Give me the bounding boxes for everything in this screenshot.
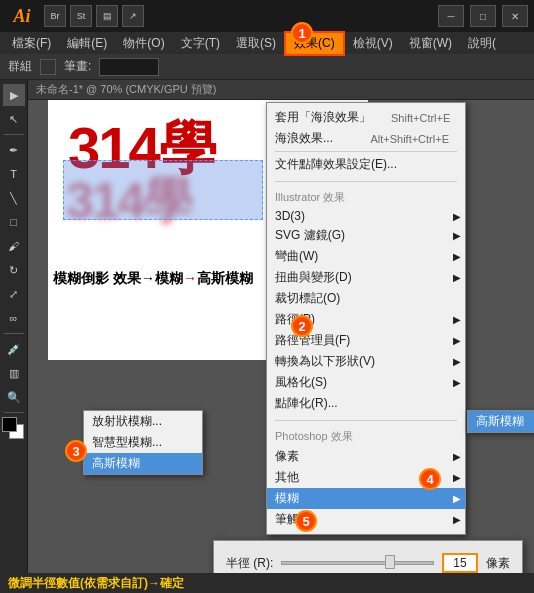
effects-section-illustrator: Illustrator 效果 3D(3)▶ SVG 濾鏡(G)▶ 彎曲(W)▶ … [267,184,465,418]
stock-icon[interactable]: St [70,5,92,27]
slider-thumb[interactable] [385,555,395,569]
effects-section-1: 套用「海浪效果」 Shift+Ctrl+E 海浪效果... Alt+Shift+… [267,103,465,179]
app-logo: Ai [6,0,38,32]
minimize-btn[interactable]: ─ [438,5,464,27]
toolbar: 群組 筆畫: [0,54,534,80]
arrow-stylize: ▶ [453,377,461,388]
radius-label: 半徑 (R): [226,555,273,572]
menu-svg-filter[interactable]: SVG 濾鏡(G)▶ [267,225,465,246]
menu-view[interactable]: 檢視(V) [345,33,401,54]
foreground-color[interactable] [2,417,17,432]
stroke-input[interactable] [99,58,159,76]
doc-title: 未命名-1* @ 70% (CMYK/GPU 預覽) [36,82,216,97]
brush-tool[interactable]: 🖌 [3,235,25,257]
shortcut-wave: Alt+Shift+Ctrl+E [350,133,449,145]
rotate-tool[interactable]: ↻ [3,259,25,281]
menu-blur[interactable]: 模糊▶ [267,488,465,509]
menu-apply-wave[interactable]: 套用「海浪效果」 Shift+Ctrl+E [267,107,465,128]
badge-2: 2 [291,315,313,337]
blur-gaussian[interactable]: 高斯模糊 [468,411,534,432]
rect-tool[interactable]: □ [3,211,25,233]
close-btn[interactable]: ✕ [502,5,528,27]
badge-1: 1 [291,22,313,44]
left-toolbar: ▶ ↖ ✒ T ╲ □ 🖌 ↻ ⤢ ∞ 💉 ▥ 🔍 [0,80,28,573]
bottom-status-text: 微調半徑數值(依需求自訂)→確定 [8,575,184,592]
menu-rasterize[interactable]: 點陣化(R)... [267,393,465,414]
zoom-tool[interactable]: 🔍 [3,386,25,408]
canvas-header: 未命名-1* @ 70% (CMYK/GPU 預覽) [28,80,534,100]
divider-1 [275,151,457,152]
menu-help[interactable]: 說明( [460,33,504,54]
color-swatch[interactable] [40,59,56,75]
gaussian-blur-dialog: 半徑 (R): 15 像素 ✓ 預視 (P) 確定 取消 [213,540,523,573]
smart-blur-menu[interactable]: 放射狀模糊... 智慧型模糊... 高斯模糊 [83,410,203,475]
menu-wave[interactable]: 海浪效果... Alt+Shift+Ctrl+E [267,128,465,149]
grid-icon[interactable]: ▤ [96,5,118,27]
menu-select[interactable]: 選取(S) [228,33,284,54]
arrow-pathfinder: ▶ [453,335,461,346]
type-tool[interactable]: T [3,163,25,185]
badge-4: 4 [419,468,441,490]
separator-2 [4,333,24,334]
arrow-other: ▶ [453,472,461,483]
menu-object[interactable]: 物件(O) [115,33,172,54]
radius-row: 半徑 (R): 15 像素 [226,553,510,573]
menu-doc-raster[interactable]: 文件點陣效果設定(E)... [267,154,465,175]
arrow-warp: ▶ [453,251,461,262]
select-tool[interactable]: ▶ [3,84,25,106]
main-area: ▶ ↖ ✒ T ╲ □ 🖌 ↻ ⤢ ∞ 💉 ▥ 🔍 未命名-1* @ 70% (… [0,80,534,573]
shortcut-apply-wave: Shift+Ctrl+E [371,112,450,124]
arrow-pixel: ▶ [453,451,461,462]
scale-tool[interactable]: ⤢ [3,283,25,305]
arrow-svg: ▶ [453,230,461,241]
menu-stylize[interactable]: 風格化(S)▶ [267,372,465,393]
direct-select-tool[interactable]: ↖ [3,108,25,130]
eyedropper-tool[interactable]: 💉 [3,338,25,360]
pen-tool[interactable]: ✒ [3,139,25,161]
arrow-3d: ▶ [453,211,461,222]
menu-crop[interactable]: 裁切標記(O) [267,288,465,309]
separator-1 [4,134,24,135]
divider-3 [275,420,457,421]
menu-bar: 檔案(F) 編輯(E) 物件(O) 文字(T) 選取(S) 效果(C) 檢視(V… [0,32,534,54]
radius-slider-container[interactable] [281,556,434,570]
line-tool[interactable]: ╲ [3,187,25,209]
badge-3: 3 [65,440,87,462]
blur-submenu[interactable]: 高斯模糊 [467,410,534,433]
canvas-blur-desc: 模糊倒影 效果→模糊→高斯模糊 [53,270,253,288]
arrow-distort: ▶ [453,272,461,283]
canvas-area: 未命名-1* @ 70% (CMYK/GPU 預覽) 314學 314學 模糊倒… [28,80,534,573]
menu-window[interactable]: 視窗(W) [401,33,460,54]
radius-value[interactable]: 15 [442,553,478,573]
badge-5: 5 [295,510,317,532]
group-label: 群組 [4,58,36,75]
menu-file[interactable]: 檔案(F) [4,33,59,54]
divider-2 [275,181,457,182]
canvas-selection [63,160,263,220]
stroke-label: 筆畫: [60,58,95,75]
gradient-tool[interactable]: ▥ [3,362,25,384]
smart-blur-item[interactable]: 智慧型模糊... [84,432,202,453]
bottom-status-bar: 微調半徑數值(依需求自訂)→確定 [0,573,534,593]
gaussian-blur-item[interactable]: 高斯模糊 [84,453,202,474]
arrange-icon[interactable]: ↗ [122,5,144,27]
menu-text[interactable]: 文字(T) [173,33,228,54]
radial-blur-item[interactable]: 放射狀模糊... [84,411,202,432]
menu-edit[interactable]: 編輯(E) [59,33,115,54]
arrow-stroke: ▶ [453,514,461,525]
arrow-blur: ▶ [453,493,461,504]
menu-pixel[interactable]: 像素▶ [267,446,465,467]
menu-convert[interactable]: 轉換為以下形狀(V)▶ [267,351,465,372]
blend-tool[interactable]: ∞ [3,307,25,329]
title-bar-icons: Br St ▤ ↗ [44,5,144,27]
maximize-btn[interactable]: □ [470,5,496,27]
menu-warp[interactable]: 彎曲(W)▶ [267,246,465,267]
bridge-icon[interactable]: Br [44,5,66,27]
menu-distort[interactable]: 扭曲與變形(D)▶ [267,267,465,288]
arrow-path: ▶ [453,314,461,325]
illustrator-header: Illustrator 效果 [267,188,465,207]
arrow-convert: ▶ [453,356,461,367]
photoshop-header: Photoshop 效果 [267,427,465,446]
menu-3d[interactable]: 3D(3)▶ [267,207,465,225]
separator-3 [4,412,24,413]
